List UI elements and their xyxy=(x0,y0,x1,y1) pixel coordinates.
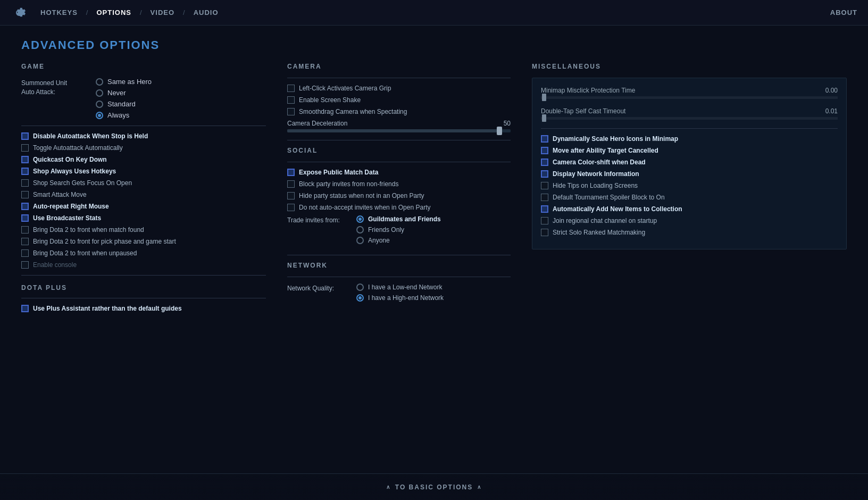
checkbox-input-smart-attack[interactable] xyxy=(21,191,29,198)
basic-options-button[interactable]: ∧ TO BASIC OPTIONS ∧ xyxy=(386,484,482,491)
radio-input-always[interactable] xyxy=(96,112,103,119)
minimap-slider-thumb[interactable] xyxy=(542,94,546,101)
checkbox-no-auto-accept[interactable]: Do not auto-accept invites when in Open … xyxy=(287,204,511,211)
checkbox-left-click-camera[interactable]: Left-Click Activates Camera Grip xyxy=(287,85,511,92)
radio-friends-only[interactable]: Friends Only xyxy=(356,226,441,234)
checkbox-auto-add-items[interactable]: Automatically Add New Items to Collectio… xyxy=(541,205,838,213)
radio-input-same-as-hero[interactable] xyxy=(96,78,103,86)
checkbox-label-plus-assistant: Use Plus Assistant rather than the defau… xyxy=(33,305,182,312)
radio-standard[interactable]: Standard xyxy=(96,100,152,108)
checkbox-regional-chat[interactable]: Join regional chat channel on startup xyxy=(541,217,838,224)
columns-wrapper: GAME Summoned UnitAuto Attack: Same as H… xyxy=(21,63,847,316)
radio-input-never[interactable] xyxy=(96,89,103,97)
radio-always[interactable]: Always xyxy=(96,111,152,119)
checkbox-input-strict-solo-ranked[interactable] xyxy=(541,229,548,236)
radio-high-network[interactable]: I have a High-end Network xyxy=(356,294,444,302)
nav-about[interactable]: ABOUT xyxy=(830,9,857,16)
checkbox-input-move-after-ability[interactable] xyxy=(541,147,548,154)
radio-input-anyone[interactable] xyxy=(356,237,364,244)
checkbox-input-tournament-spoiler[interactable] xyxy=(541,194,548,201)
checkbox-label-strict-solo-ranked: Strict Solo Ranked Matchmaking xyxy=(553,229,645,236)
nav-video[interactable]: VIDEO xyxy=(146,6,179,19)
checkbox-camera-color-shift[interactable]: Camera Color-shift when Dead xyxy=(541,159,838,166)
checkbox-expose-match[interactable]: Expose Public Match Data xyxy=(287,169,511,176)
checkbox-input-hide-party-status[interactable] xyxy=(287,192,295,199)
checkbox-input-toggle-autoattack[interactable] xyxy=(21,144,29,152)
game-divider-3 xyxy=(21,298,266,298)
checkbox-input-auto-add-items[interactable] xyxy=(541,205,548,213)
checkbox-input-camera-color-shift[interactable] xyxy=(541,159,548,166)
checkbox-front-match[interactable]: Bring Dota 2 to front when match found xyxy=(21,226,266,234)
checkbox-display-network[interactable]: Display Network Information xyxy=(541,170,838,178)
checkbox-input-left-click-camera[interactable] xyxy=(287,85,295,92)
checkbox-shop-search[interactable]: Shop Search Gets Focus On Open xyxy=(21,179,266,187)
checkbox-label-auto-repeat-mouse: Auto-repeat Right Mouse xyxy=(33,203,109,210)
game-section-title: GAME xyxy=(21,63,266,70)
checkbox-toggle-autoattack[interactable]: Toggle Autoattack Automatically xyxy=(21,144,266,152)
trade-invites-label: Trade invites from: xyxy=(287,215,356,224)
checkbox-smoothdrag[interactable]: Smoothdrag Camera when Spectating xyxy=(287,108,511,115)
checkbox-quickcast[interactable]: Quickcast On Key Down xyxy=(21,156,266,163)
checkbox-front-pick[interactable]: Bring Dota 2 to front for pick phase and… xyxy=(21,238,266,245)
checkbox-plus-assistant[interactable]: Use Plus Assistant rather than the defau… xyxy=(21,305,266,312)
radio-never[interactable]: Never xyxy=(96,89,152,97)
radio-guildmates[interactable]: Guildmates and Friends xyxy=(356,215,441,223)
checkbox-input-no-auto-accept[interactable] xyxy=(287,204,295,211)
radio-input-low-network[interactable] xyxy=(356,284,364,291)
camera-decel-track[interactable] xyxy=(287,129,511,132)
radio-anyone[interactable]: Anyone xyxy=(356,237,441,244)
checkbox-hide-party-status[interactable]: Hide party status when not in an Open Pa… xyxy=(287,192,511,199)
bottom-bar: ∧ TO BASIC OPTIONS ∧ xyxy=(0,473,868,500)
checkbox-disable-autoattack[interactable]: Disable Autoattack When Stop is Held xyxy=(21,132,266,140)
nav-audio[interactable]: AUDIO xyxy=(189,6,223,19)
double-tap-slider-track[interactable] xyxy=(541,117,838,120)
camera-decel-thumb[interactable] xyxy=(497,127,502,135)
nav-options[interactable]: OPTIONS xyxy=(92,6,136,19)
checkbox-input-block-party[interactable] xyxy=(287,180,295,188)
minimap-slider-track[interactable] xyxy=(541,96,838,99)
double-tap-slider-thumb[interactable] xyxy=(542,114,546,122)
checkbox-input-expose-match[interactable] xyxy=(287,169,295,176)
checkbox-input-broadcaster-stats[interactable] xyxy=(21,214,29,222)
checkbox-screen-shake[interactable]: Enable Screen Shake xyxy=(287,96,511,104)
radio-input-guildmates[interactable] xyxy=(356,215,364,223)
double-tap-slider-value: 0.01 xyxy=(825,107,838,115)
checkbox-move-after-ability[interactable]: Move after Ability Target Cancelled xyxy=(541,147,838,154)
checkbox-input-shop-search[interactable] xyxy=(21,179,29,187)
checkbox-enable-console[interactable]: Enable console xyxy=(21,261,266,269)
checkbox-input-enable-console[interactable] xyxy=(21,261,29,269)
checkbox-input-auto-repeat-mouse[interactable] xyxy=(21,203,29,210)
radio-input-high-network[interactable] xyxy=(356,294,364,302)
chevron-up-left: ∧ xyxy=(386,484,391,490)
checkbox-input-disable-autoattack[interactable] xyxy=(21,132,29,140)
checkbox-front-unpaused[interactable]: Bring Dota 2 to front when unpaused xyxy=(21,249,266,257)
checkbox-label-left-click-camera: Left-Click Activates Camera Grip xyxy=(299,85,391,92)
checkbox-input-plus-assistant[interactable] xyxy=(21,305,29,312)
checkbox-broadcaster-stats[interactable]: Use Broadcaster Stats xyxy=(21,214,266,222)
checkbox-input-shop-hotkeys[interactable] xyxy=(21,168,29,175)
radio-input-friends-only[interactable] xyxy=(356,226,364,234)
checkbox-input-hide-tips[interactable] xyxy=(541,182,548,189)
checkbox-input-smoothdrag[interactable] xyxy=(287,108,295,115)
checkbox-hide-tips[interactable]: Hide Tips on Loading Screens xyxy=(541,182,838,189)
checkbox-auto-repeat-mouse[interactable]: Auto-repeat Right Mouse xyxy=(21,203,266,210)
checkbox-block-party[interactable]: Block party invites from non-friends xyxy=(287,180,511,188)
checkbox-input-quickcast[interactable] xyxy=(21,156,29,163)
checkbox-strict-solo-ranked[interactable]: Strict Solo Ranked Matchmaking xyxy=(541,229,838,236)
checkbox-input-front-unpaused[interactable] xyxy=(21,249,29,257)
checkbox-input-front-pick[interactable] xyxy=(21,238,29,245)
checkbox-tournament-spoiler[interactable]: Default Tournament Spoiler Block to On xyxy=(541,194,838,201)
radio-same-as-hero[interactable]: Same as Hero xyxy=(96,78,152,86)
checkbox-input-screen-shake[interactable] xyxy=(287,96,295,104)
checkbox-input-front-match[interactable] xyxy=(21,226,29,234)
nav-hotkeys[interactable]: HOTKEYS xyxy=(36,6,82,19)
checkbox-input-dynamically-scale[interactable] xyxy=(541,135,548,143)
checkbox-input-display-network[interactable] xyxy=(541,170,548,178)
radio-low-network[interactable]: I have a Low-end Network xyxy=(356,284,444,291)
checkbox-input-regional-chat[interactable] xyxy=(541,217,548,224)
checkbox-dynamically-scale[interactable]: Dynamically Scale Hero Icons in Minimap xyxy=(541,135,838,143)
checkbox-shop-hotkeys[interactable]: Shop Always Uses Hotkeys xyxy=(21,168,266,175)
chevron-up-right: ∧ xyxy=(477,484,482,490)
checkbox-smart-attack[interactable]: Smart Attack Move xyxy=(21,191,266,198)
radio-input-standard[interactable] xyxy=(96,101,103,108)
